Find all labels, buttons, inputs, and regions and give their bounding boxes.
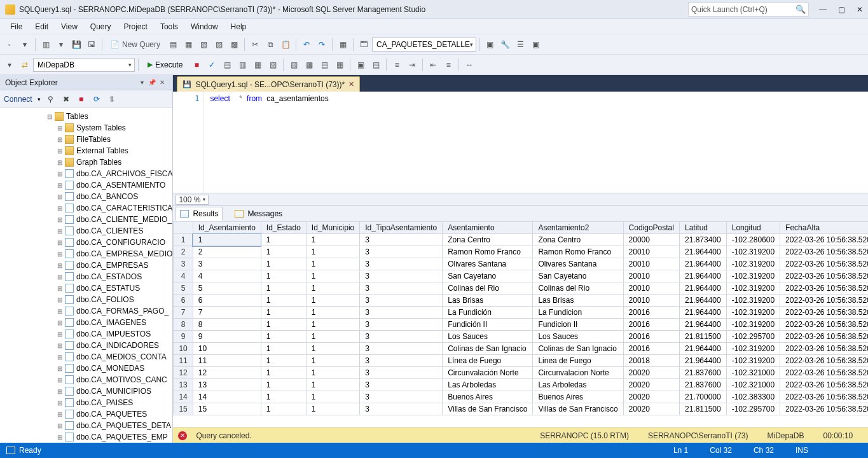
grid-cell[interactable]: 1 bbox=[261, 391, 306, 403]
column-header[interactable]: FechaAlta bbox=[780, 222, 868, 234]
grid-cell[interactable]: 2022-03-26 10:56:38.520 bbox=[780, 234, 868, 246]
tree-node[interactable]: ⊞dbo.CA_BANCOS bbox=[3, 191, 172, 202]
grid-cell[interactable]: -102.319200 bbox=[726, 343, 780, 355]
tree-node[interactable]: ⊞dbo.CA_PAQUETES_EMP bbox=[3, 431, 172, 443]
grid-cell[interactable]: -102.319200 bbox=[726, 270, 780, 282]
grid-cell[interactable]: 20010 bbox=[623, 258, 679, 270]
row-number[interactable]: 10 bbox=[174, 343, 193, 355]
row-number[interactable]: 2 bbox=[174, 246, 193, 258]
grid-cell[interactable]: Línea de Fuego bbox=[443, 355, 533, 367]
tree-node[interactable]: ⊞Graph Tables bbox=[3, 156, 172, 168]
paste-icon[interactable]: 📋 bbox=[279, 38, 293, 52]
grid-cell[interactable]: 1 bbox=[306, 391, 359, 403]
grid-cell[interactable]: 3 bbox=[360, 367, 443, 379]
expand-icon[interactable]: ⊞ bbox=[56, 170, 64, 177]
sqlcmd-icon[interactable]: ↔ bbox=[462, 58, 476, 72]
client-stats-icon[interactable]: ▩ bbox=[302, 58, 316, 72]
grid-cell[interactable]: 20020 bbox=[623, 391, 679, 403]
grid-cell[interactable]: 21.873400 bbox=[679, 234, 726, 246]
tree-node[interactable]: ⊞dbo.CA_INDICADORES bbox=[3, 340, 172, 351]
tree-node[interactable]: ⊞dbo.CA_ASENTAMIENTO bbox=[3, 179, 172, 191]
new-query-button[interactable]: 📄 New Query bbox=[106, 38, 165, 52]
grid-cell[interactable]: 21.811500 bbox=[679, 403, 726, 415]
grid-cell[interactable]: 2022-03-26 10:56:38.520 bbox=[780, 403, 868, 415]
tree-node[interactable]: ⊞dbo.CA_CARACTERISTICA bbox=[3, 202, 172, 214]
grid-cell[interactable]: 2022-03-26 10:56:38.520 bbox=[780, 295, 868, 307]
cut-icon[interactable]: ✂ bbox=[248, 38, 262, 52]
db-icon[interactable]: ▤ bbox=[166, 38, 180, 52]
sql-code[interactable]: select * from ca_asentamientos bbox=[203, 92, 868, 193]
grid-cell[interactable]: -102.319200 bbox=[726, 307, 780, 319]
row-number[interactable]: 12 bbox=[174, 367, 193, 379]
tree-node[interactable]: ⊞dbo.CA_CLIENTES bbox=[3, 225, 172, 237]
expand-icon[interactable]: ⊞ bbox=[56, 205, 64, 212]
grid-cell[interactable]: Ramon Romo Franco bbox=[443, 246, 533, 258]
grid-cell[interactable]: Circunvalación Norte bbox=[443, 367, 533, 379]
tree-node[interactable]: ⊞dbo.CA_CLIENTE_MEDIO_ bbox=[3, 214, 172, 225]
grid-cell[interactable]: -102.295700 bbox=[726, 403, 780, 415]
grid-cell[interactable]: 2022-03-26 10:56:38.520 bbox=[780, 331, 868, 343]
grid-cell[interactable]: 3 bbox=[360, 295, 443, 307]
disconnect-icon[interactable]: ✖ bbox=[61, 95, 71, 104]
grid-cell[interactable]: Los Sauces bbox=[533, 331, 623, 343]
grid-cell[interactable]: Villas de San Francisco bbox=[443, 403, 533, 415]
grid-cell[interactable]: 1 bbox=[261, 403, 306, 415]
grid-cell[interactable]: 1 bbox=[193, 234, 261, 246]
grid-cell[interactable]: 21.837600 bbox=[679, 367, 726, 379]
stop-icon[interactable]: ■ bbox=[76, 95, 86, 104]
grid-cell[interactable]: 2022-03-26 10:56:38.520 bbox=[780, 355, 868, 367]
expand-icon[interactable]: ⊞ bbox=[56, 411, 64, 418]
as-icon[interactable]: ▧ bbox=[196, 38, 210, 52]
expand-icon[interactable]: ⊞ bbox=[56, 182, 64, 189]
tree-node[interactable]: ⊞dbo.CA_ARCHIVOS_FISCA bbox=[3, 168, 172, 179]
grid-cell[interactable]: 3 bbox=[360, 331, 443, 343]
grid-cell[interactable]: Los Sauces bbox=[443, 331, 533, 343]
tree-node[interactable]: ⊞dbo.CA_PAISES bbox=[3, 397, 172, 408]
expand-icon[interactable]: ⊞ bbox=[56, 159, 64, 166]
tree-node[interactable]: ⊞dbo.CA_ESTADOS bbox=[3, 271, 172, 282]
grid-cell[interactable]: 20018 bbox=[623, 355, 679, 367]
row-number[interactable]: 8 bbox=[174, 319, 193, 331]
intellisense-icon[interactable]: ▦ bbox=[251, 58, 265, 72]
grid-cell[interactable]: 2022-03-26 10:56:38.520 bbox=[780, 379, 868, 391]
row-number[interactable]: 11 bbox=[174, 355, 193, 367]
grid-cell[interactable]: Olivares Santana bbox=[443, 258, 533, 270]
grid-cell[interactable]: 21.964400 bbox=[679, 282, 726, 295]
grid-cell[interactable]: 3 bbox=[193, 258, 261, 270]
menu-project[interactable]: Project bbox=[118, 19, 154, 34]
tree-node[interactable]: ⊞dbo.CA_IMAGENES bbox=[3, 317, 172, 328]
grid-cell[interactable]: 2022-03-26 10:56:38.520 bbox=[780, 282, 868, 295]
grid-cell[interactable]: 2022-03-26 10:56:38.520 bbox=[780, 391, 868, 403]
column-header[interactable]: Id_TipoAsentamiento bbox=[360, 222, 443, 234]
specify-values-icon[interactable]: ≡ bbox=[441, 58, 455, 72]
results-tab[interactable]: Results bbox=[176, 207, 223, 221]
sql-editor[interactable]: 1 select * from ca_asentamientos bbox=[173, 92, 868, 193]
grid-cell[interactable]: 1 bbox=[306, 282, 359, 295]
expand-icon[interactable]: ⊞ bbox=[56, 216, 64, 223]
grid-icon[interactable]: ▦ bbox=[336, 38, 350, 52]
grid-cell[interactable]: 7 bbox=[193, 307, 261, 319]
grid-cell[interactable]: 1 bbox=[261, 367, 306, 379]
grid-cell[interactable]: La Fundicion bbox=[533, 307, 623, 319]
copy-icon[interactable]: ⧉ bbox=[263, 38, 277, 52]
grid-cell[interactable]: 1 bbox=[306, 270, 359, 282]
grid-cell[interactable]: Las Brisas bbox=[533, 295, 623, 307]
column-header[interactable]: Id_Municipio bbox=[306, 222, 359, 234]
tree-node[interactable]: ⊞FileTables bbox=[3, 134, 172, 145]
grid-cell[interactable]: Buenos Aires bbox=[533, 391, 623, 403]
grid-cell[interactable]: 1 bbox=[261, 331, 306, 343]
results-text-icon[interactable]: ▤ bbox=[317, 58, 331, 72]
grid-cell[interactable]: 6 bbox=[193, 295, 261, 307]
messages-tab[interactable]: Messages bbox=[230, 207, 287, 221]
grid-cell[interactable]: 3 bbox=[360, 379, 443, 391]
grid-cell[interactable]: -102.319200 bbox=[726, 246, 780, 258]
grid-cell[interactable]: 1 bbox=[261, 379, 306, 391]
grid-cell[interactable]: Las Arboledas bbox=[533, 379, 623, 391]
dmx-icon[interactable]: ▩ bbox=[227, 38, 241, 52]
grid-cell[interactable]: Circunvalacion Norte bbox=[533, 367, 623, 379]
uncomment-icon[interactable]: ≡ bbox=[390, 58, 404, 72]
expand-icon[interactable]: ⊞ bbox=[56, 342, 64, 349]
menu-help[interactable]: Help bbox=[224, 19, 253, 34]
column-header[interactable]: CodigoPostal bbox=[623, 222, 679, 234]
est-plan-icon[interactable]: ▤ bbox=[220, 58, 234, 72]
